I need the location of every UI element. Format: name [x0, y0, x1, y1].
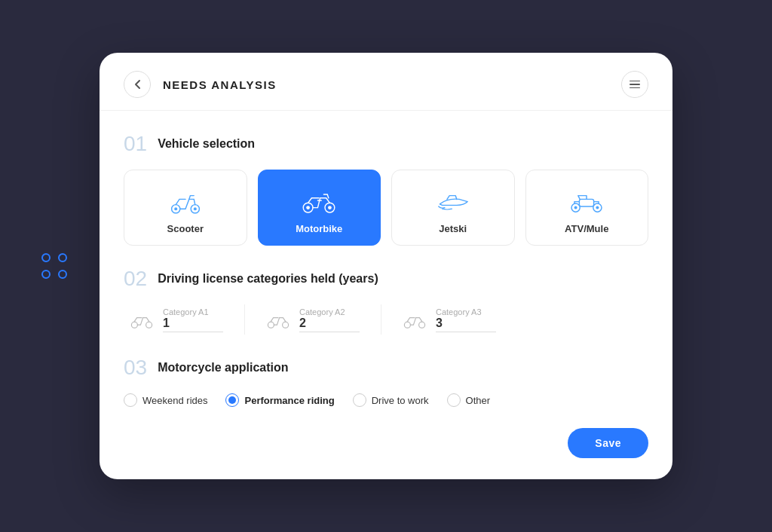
license-cat-a1: Category A1	[163, 307, 223, 316]
svg-point-11	[574, 206, 577, 209]
motorcycle-section-header: 03 Motorcycle application	[124, 356, 648, 380]
radio-work[interactable]: Drive to work	[353, 393, 429, 407]
content: 01 Vehicle selection	[100, 111, 672, 479]
scooter-label: Scooter	[167, 223, 204, 234]
step-02: 02	[124, 267, 147, 291]
vehicle-card-scooter[interactable]: Scooter	[124, 170, 247, 246]
license-cat-a3: Category A3	[436, 307, 496, 316]
back-button[interactable]	[124, 71, 151, 98]
vehicle-grid: Scooter	[124, 170, 648, 246]
radio-weekend[interactable]: Weekend rides	[124, 393, 207, 407]
radio-row: Weekend rides Performance riding Drive t…	[124, 393, 648, 407]
dot-1	[41, 253, 51, 262]
radio-label-work: Drive to work	[372, 395, 429, 406]
svg-point-13	[131, 322, 137, 328]
menu-line-3	[630, 87, 640, 89]
license-item-a2: Category A2 2	[266, 307, 360, 332]
dot-3	[41, 270, 51, 279]
license-divider-2	[381, 304, 381, 335]
header-left: NEEDS ANALYSIS	[124, 71, 277, 98]
atv-icon	[568, 185, 605, 216]
menu-line-1	[630, 81, 640, 82]
radio-circle-work	[353, 393, 366, 407]
license-val-a2: 2	[299, 316, 360, 332]
header: NEEDS ANALYSIS	[100, 53, 672, 111]
radio-other[interactable]: Other	[447, 393, 491, 407]
svg-point-14	[146, 322, 152, 328]
dot-2	[58, 253, 67, 262]
svg-point-17	[404, 322, 410, 328]
dot-4	[58, 270, 67, 279]
page-wrapper: NEEDS ANALYSIS 01 Vehicle selection	[0, 0, 772, 532]
svg-point-6	[306, 206, 310, 209]
vehicle-card-jetski[interactable]: Jetski	[391, 170, 515, 246]
radio-circle-weekend	[124, 393, 137, 407]
license-info-a2: Category A2 2	[299, 307, 360, 332]
vehicle-card-atv[interactable]: ATV/Mule	[525, 170, 649, 246]
license-val-a3: 3	[436, 316, 496, 332]
license-row: Category A1 1 Category A2	[124, 304, 648, 335]
menu-line-2	[630, 84, 640, 85]
motorcycle-section: 03 Motorcycle application Weekend rides …	[124, 356, 648, 407]
motorbike-label: Motorbike	[296, 223, 342, 234]
license-bike-icon-a3	[403, 309, 427, 330]
radio-circle-other	[447, 393, 461, 407]
license-section-header: 02 Driving license categories held (year…	[124, 267, 648, 291]
vehicle-section-header: 01 Vehicle selection	[124, 132, 648, 156]
menu-button[interactable]	[621, 71, 648, 98]
jetski-label: Jetski	[439, 223, 467, 234]
license-item-a1: Category A1 1	[130, 307, 223, 332]
svg-rect-10	[580, 199, 594, 206]
license-info-a1: Category A1 1	[163, 307, 223, 332]
svg-point-2	[174, 207, 177, 210]
license-divider-1	[244, 304, 245, 335]
side-decoration	[41, 253, 67, 279]
license-bike-icon-a2	[266, 309, 290, 330]
license-info-a3: Category A3 3	[436, 307, 496, 332]
license-cat-a2: Category A2	[299, 307, 360, 316]
vehicle-section: 01 Vehicle selection	[124, 132, 648, 246]
save-row: Save	[124, 428, 648, 458]
save-button[interactable]: Save	[568, 428, 648, 458]
svg-point-7	[328, 206, 332, 209]
page-title: NEEDS ANALYSIS	[163, 78, 277, 91]
radio-label-performance: Performance riding	[244, 395, 334, 406]
jetski-icon	[435, 185, 471, 216]
license-section: 02 Driving license categories held (year…	[124, 267, 648, 335]
vehicle-card-motorbike[interactable]: Motorbike	[258, 170, 381, 246]
license-item-a3: Category A3 3	[403, 307, 496, 332]
radio-circle-performance	[225, 393, 239, 407]
radio-label-weekend: Weekend rides	[142, 395, 207, 406]
svg-point-16	[283, 322, 289, 328]
step-01: 01	[124, 132, 147, 156]
motorbike-icon	[301, 185, 337, 216]
svg-point-18	[419, 322, 425, 328]
back-icon	[133, 79, 141, 90]
license-bike-icon-a1	[130, 309, 154, 330]
vehicle-section-title: Vehicle selection	[158, 137, 255, 151]
svg-point-15	[268, 322, 274, 328]
radio-label-other: Other	[466, 395, 491, 406]
scooter-icon	[167, 185, 204, 216]
license-val-a1: 1	[163, 316, 223, 332]
main-card: NEEDS ANALYSIS 01 Vehicle selection	[100, 53, 672, 479]
svg-point-12	[596, 206, 599, 209]
step-03: 03	[124, 356, 147, 380]
license-section-title: Driving license categories held (years)	[158, 272, 378, 286]
atv-label: ATV/Mule	[565, 223, 608, 234]
svg-point-3	[194, 207, 197, 210]
motorcycle-section-title: Motorcycle application	[158, 361, 288, 375]
radio-performance[interactable]: Performance riding	[225, 393, 334, 407]
